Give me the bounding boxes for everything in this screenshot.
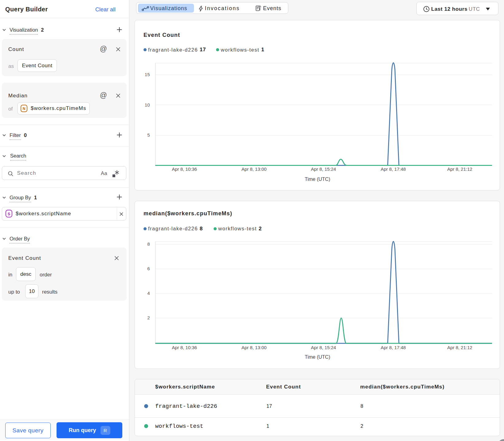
svg-text:2: 2 — [147, 315, 150, 320]
svg-text:Apr 8, 10:36: Apr 8, 10:36 — [172, 166, 197, 172]
svg-text:Apr 8, 21:12: Apr 8, 21:12 — [447, 166, 472, 172]
svg-text:Apr 8, 21:12: Apr 8, 21:12 — [447, 345, 472, 350]
svg-text:10: 10 — [145, 102, 150, 107]
svg-text:Apr 8, 13:00: Apr 8, 13:00 — [242, 345, 267, 350]
svg-text:Time (UTC): Time (UTC) — [305, 177, 330, 182]
svg-text:8: 8 — [147, 241, 150, 247]
svg-text:6: 6 — [147, 266, 150, 271]
svg-text:15: 15 — [145, 72, 150, 77]
svg-text:4: 4 — [147, 291, 150, 296]
svg-text:Apr 8, 15:24: Apr 8, 15:24 — [311, 345, 336, 350]
svg-text:5: 5 — [147, 132, 150, 138]
svg-text:Apr 8, 15:24: Apr 8, 15:24 — [311, 166, 336, 172]
svg-text:Apr 8, 17:48: Apr 8, 17:48 — [381, 345, 406, 350]
svg-text:Apr 8, 17:48: Apr 8, 17:48 — [381, 166, 406, 172]
svg-text:S: S — [7, 212, 10, 216]
svg-text:Time (UTC): Time (UTC) — [305, 354, 330, 360]
svg-text:Apr 8, 10:36: Apr 8, 10:36 — [172, 345, 197, 350]
svg-text:N: N — [23, 107, 26, 111]
svg-text:Apr 8, 13:00: Apr 8, 13:00 — [242, 166, 267, 172]
